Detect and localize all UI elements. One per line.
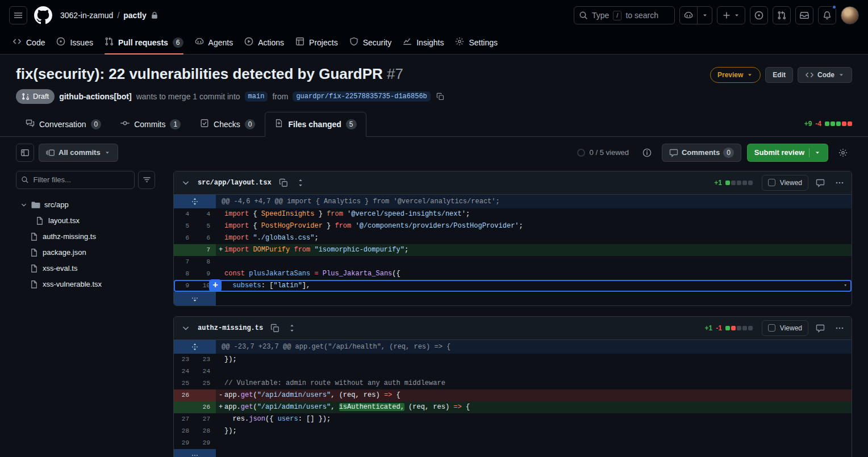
collapse-sidebar-button[interactable] [16, 144, 34, 162]
avatar[interactable] [841, 6, 859, 24]
drag-handle-icon[interactable] [285, 321, 299, 336]
file-comment-button[interactable] [813, 321, 828, 336]
nav-tab-issues[interactable]: Issues [52, 31, 97, 54]
old-line-number[interactable]: 9 [174, 280, 195, 292]
diff-settings-button[interactable] [834, 144, 852, 162]
tab-conversation[interactable]: Conversation0 [16, 112, 111, 137]
viewed-toggle[interactable]: Viewed [762, 175, 808, 191]
plus-icon [722, 11, 731, 20]
diff-line: 55 import { PostHogProvider } from '@/co… [174, 220, 852, 232]
info-button[interactable] [638, 144, 656, 162]
copy-branch-button[interactable] [435, 91, 445, 102]
nav-tab-settings[interactable]: Settings [450, 31, 502, 54]
old-line-number[interactable]: 5 [174, 220, 195, 232]
old-line-number[interactable]: 6 [174, 232, 195, 244]
tab-files-changed[interactable]: Files changed5 [265, 112, 366, 137]
breadcrumb-repo[interactable]: pactly [123, 11, 146, 20]
old-line-number[interactable]: 25 [174, 378, 195, 389]
pr-author-link[interactable]: github-actions[bot] [59, 92, 132, 101]
old-line-number[interactable]: 28 [174, 425, 195, 437]
code-dropdown-button[interactable]: Code [798, 67, 852, 83]
old-line-number[interactable]: 24 [174, 366, 195, 378]
collapse-file-button[interactable] [178, 175, 193, 190]
nav-tab-projects[interactable]: Projects [291, 31, 343, 54]
new-line-number[interactable] [195, 389, 216, 401]
add-comment-button[interactable]: + [209, 279, 222, 292]
copy-path-button[interactable] [268, 321, 282, 336]
expand-down-button[interactable] [174, 292, 216, 305]
inbox-button[interactable] [795, 6, 813, 24]
collapse-file-button[interactable] [178, 321, 193, 336]
new-line-number[interactable]: 27 [195, 413, 216, 425]
preview-button[interactable]: Preview [710, 67, 761, 83]
old-line-number[interactable] [174, 244, 195, 256]
tab-commits[interactable]: Commits1 [111, 112, 190, 137]
new-line-number[interactable]: 26 [195, 401, 216, 413]
pull-requests-button[interactable] [773, 6, 791, 24]
expand-hunk-button[interactable] [174, 340, 216, 354]
notifications-button[interactable] [818, 6, 836, 24]
copy-path-button[interactable] [276, 175, 291, 190]
viewed-checkbox[interactable] [768, 179, 775, 186]
file-comment-button[interactable] [813, 175, 828, 190]
old-line-number[interactable]: 26 [174, 389, 195, 401]
viewed-toggle[interactable]: Viewed [762, 320, 808, 336]
tree-file-xss-eval-ts[interactable]: xss-eval.ts [16, 261, 155, 276]
old-line-number[interactable]: 4 [174, 208, 195, 220]
issues-button[interactable] [750, 6, 768, 24]
new-line-number[interactable]: 7 [195, 244, 216, 256]
edit-button[interactable]: Edit [765, 67, 793, 83]
nav-tab-agents[interactable]: Agents [190, 31, 238, 54]
github-logo-icon[interactable] [34, 6, 52, 24]
pr-tabs: Conversation0Commits1Checks0Files change… [0, 112, 868, 137]
drag-handle-icon[interactable] [293, 175, 308, 190]
comments-button[interactable]: Comments 0 [662, 144, 741, 162]
line-options-caret[interactable]: ▾ [844, 280, 847, 292]
breadcrumb-owner[interactable]: 3062-in-zamud [60, 11, 113, 20]
old-line-number[interactable]: 23 [174, 354, 195, 366]
file-kebab-menu[interactable] [832, 321, 847, 336]
tree-file-package-json[interactable]: package.json [16, 245, 155, 261]
new-line-number[interactable]: 25 [195, 378, 216, 389]
old-line-number[interactable]: 27 [174, 413, 195, 425]
new-line-number[interactable]: 24 [195, 366, 216, 378]
tree-file-layout-tsx[interactable]: layout.tsx [16, 213, 155, 229]
head-branch-label[interactable]: guardpr/fix-22578835735-d1a6856b [293, 91, 430, 102]
nav-tab-insights[interactable]: Insights [398, 31, 448, 54]
copilot-chat-dropdown[interactable] [698, 6, 712, 24]
new-line-number[interactable]: 6 [195, 232, 216, 244]
expand-hunk-button[interactable] [174, 195, 216, 208]
old-line-number[interactable]: 8 [174, 268, 195, 280]
tree-file-authz-missing-ts[interactable]: authz-missing.ts [16, 229, 155, 245]
tree-folder-src-app[interactable]: src/app [16, 197, 155, 213]
file-kebab-menu[interactable] [832, 175, 847, 190]
old-line-number[interactable]: 7 [174, 256, 195, 268]
global-search-input[interactable]: Type / to search [574, 6, 675, 24]
nav-tab-actions[interactable]: Actions [240, 31, 289, 54]
create-new-dropdown[interactable] [717, 6, 745, 24]
button-divider [809, 148, 809, 157]
old-line-number[interactable]: 29 [174, 437, 195, 449]
new-line-number[interactable]: 28 [195, 425, 216, 437]
nav-tab-security[interactable]: Security [345, 31, 397, 54]
tab-checks[interactable]: Checks0 [190, 112, 265, 137]
copilot-button[interactable] [679, 6, 698, 24]
new-line-number[interactable]: 29 [195, 437, 216, 449]
filter-files-input[interactable] [32, 175, 130, 185]
hamburger-menu-button[interactable] [9, 6, 27, 24]
all-commits-dropdown[interactable]: All commits [39, 144, 118, 162]
expand-down-button[interactable] [174, 449, 216, 457]
nav-tab-code[interactable]: Code [8, 31, 49, 54]
filter-options-button[interactable] [138, 171, 155, 189]
new-line-number[interactable]: 5 [195, 220, 216, 232]
submit-review-button[interactable]: Submit review [747, 144, 828, 162]
new-line-number[interactable]: 8 [195, 256, 216, 268]
base-branch-label[interactable]: main [245, 91, 268, 102]
old-line-number[interactable] [174, 401, 195, 413]
viewed-checkbox[interactable] [768, 324, 775, 332]
new-line-number[interactable]: 4 [195, 208, 216, 220]
tree-file-xss-vulnerable-tsx[interactable]: xss-vulnerable.tsx [16, 276, 155, 292]
new-line-number[interactable]: 9 [195, 268, 216, 280]
new-line-number[interactable]: 23 [195, 354, 216, 366]
nav-tab-pull-requests[interactable]: Pull requests6 [100, 31, 188, 54]
